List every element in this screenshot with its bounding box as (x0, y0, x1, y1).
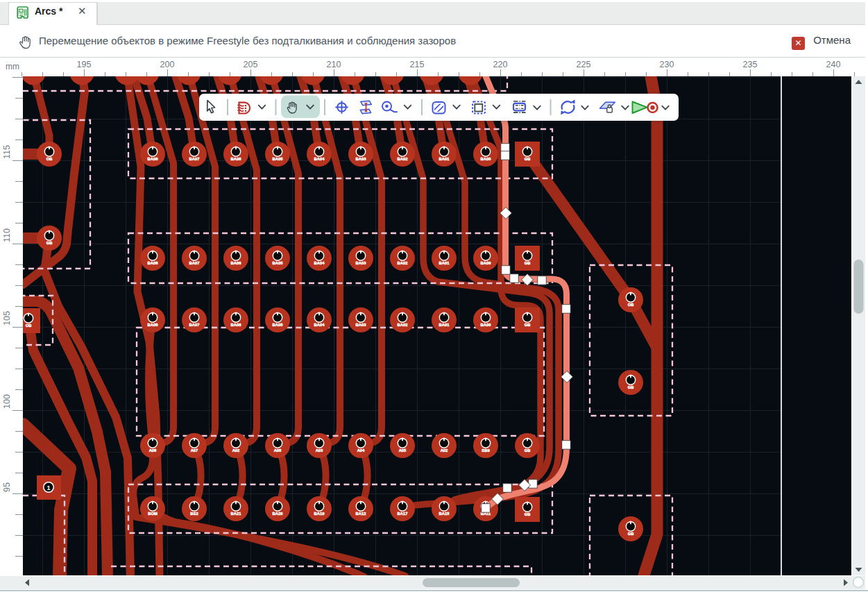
svg-text:BA17: BA17 (398, 511, 408, 516)
svg-text:BA12: BA12 (356, 511, 366, 516)
svg-text:A02: A02 (441, 448, 448, 453)
svg-text:BA02: BA02 (398, 157, 408, 161)
svg-text:BA00: BA00 (481, 261, 491, 265)
svg-text:225: 225 (577, 60, 591, 69)
svg-text:BA03: BA03 (356, 157, 367, 161)
svg-text:A02: A02 (232, 448, 240, 453)
svg-text:GB: GB (525, 512, 531, 516)
svg-text:GB: GB (525, 448, 531, 453)
svg-text:A03: A03 (316, 448, 323, 453)
svg-text:115: 115 (2, 145, 12, 159)
svg-text:95: 95 (2, 482, 12, 492)
svg-text:BA03: BA03 (356, 261, 367, 265)
svg-text:BA20: BA20 (273, 511, 283, 516)
svg-text:BA03: BA03 (356, 323, 367, 327)
svg-text:BA04: BA04 (314, 261, 325, 265)
svg-text:BA06: BA06 (231, 157, 242, 161)
svg-text:BA00: BA00 (481, 323, 491, 327)
svg-text:BA08: BA08 (148, 157, 159, 161)
svg-text:240: 240 (826, 60, 841, 69)
svg-text:mm: mm (6, 62, 19, 71)
svg-text:BA04: BA04 (314, 157, 325, 161)
svg-text:BA01: BA01 (439, 323, 450, 327)
svg-text:BA06: BA06 (231, 261, 242, 265)
svg-text:BA15: BA15 (439, 511, 450, 516)
svg-text:BA02: BA02 (398, 323, 408, 327)
svg-text:220: 220 (493, 60, 508, 69)
svg-text:GB: GB (525, 323, 531, 327)
svg-text:A05: A05 (399, 448, 407, 453)
svg-text:BOM: BOM (148, 511, 158, 516)
svg-text:110: 110 (2, 228, 12, 242)
svg-text:BA08: BA08 (148, 323, 159, 327)
svg-text:BA07: BA07 (189, 323, 200, 327)
svg-text:OB: OB (46, 157, 53, 161)
svg-text:BA08: BA08 (148, 261, 159, 265)
svg-text:GB: GB (628, 532, 634, 536)
svg-text:BA05: BA05 (273, 157, 284, 161)
svg-text:BA21: BA21 (231, 511, 242, 516)
svg-text:BA19: BA19 (314, 511, 325, 516)
svg-text:OB: OB (26, 323, 32, 328)
svg-text:GB: GB (46, 241, 53, 245)
svg-text:105: 105 (2, 311, 12, 325)
svg-text:100: 100 (2, 394, 12, 409)
svg-text:A08: A08 (274, 448, 282, 453)
svg-text:200: 200 (160, 60, 175, 69)
svg-text:BS2: BS2 (190, 511, 198, 516)
svg-text:A04: A04 (357, 448, 365, 453)
svg-text:OB: OB (628, 303, 634, 307)
svg-text:230: 230 (660, 60, 674, 69)
svg-text:1: 1 (46, 484, 50, 491)
svg-text:BA02: BA02 (398, 261, 408, 265)
svg-text:215: 215 (410, 60, 425, 69)
svg-text:GB: GB (525, 157, 531, 161)
svg-text:SB9: SB9 (482, 448, 490, 453)
svg-text:BA06: BA06 (231, 323, 242, 327)
svg-text:205: 205 (244, 60, 258, 69)
svg-text:GB: GB (525, 261, 531, 265)
svg-text:BA05: BA05 (273, 323, 284, 327)
svg-text:BA01: BA01 (439, 157, 450, 161)
svg-text:A07: A07 (191, 448, 198, 453)
svg-text:BA07: BA07 (189, 157, 200, 161)
svg-text:BA05: BA05 (273, 261, 284, 265)
svg-text:210: 210 (327, 60, 341, 69)
svg-text:BA01: BA01 (439, 261, 450, 265)
svg-text:195: 195 (77, 60, 92, 69)
svg-text:A08: A08 (149, 448, 157, 453)
svg-text:BA04: BA04 (314, 323, 325, 327)
svg-text:235: 235 (743, 60, 758, 69)
svg-text:BA00: BA00 (481, 157, 491, 161)
svg-text:BA07: BA07 (189, 261, 200, 265)
svg-text:GB: GB (628, 385, 634, 389)
